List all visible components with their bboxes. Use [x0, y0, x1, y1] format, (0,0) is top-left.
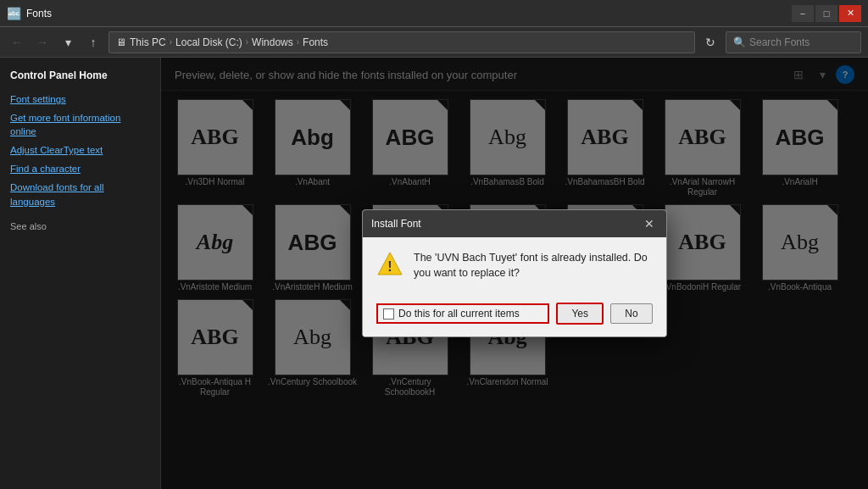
path-segment-4: Fonts	[303, 36, 328, 48]
sidebar-link-font-settings[interactable]: Font settings	[0, 90, 160, 108]
do-this-for-all-checkbox-label[interactable]: Do this for all current items	[376, 303, 549, 324]
path-segment-2: Local Disk (C:)	[175, 36, 242, 48]
path-sep-2: ›	[246, 37, 248, 47]
sidebar: Control Panel Home Font settings Get mor…	[0, 58, 161, 489]
path-sep-1: ›	[170, 37, 172, 47]
see-also-label: See also	[0, 211, 160, 235]
refresh-button[interactable]: ↻	[700, 32, 721, 53]
modal-close-button[interactable]: ✕	[641, 215, 658, 232]
do-this-for-all-checkbox[interactable]	[383, 308, 394, 320]
sidebar-link-cleartype[interactable]: Adjust ClearType text	[0, 141, 160, 159]
path-segment-1: This PC	[130, 36, 166, 48]
install-font-dialog: Install Font ✕ ! The 'UVN Bach Tuyet' fo…	[362, 209, 667, 337]
content-area: Preview, delete, or show and hide the fo…	[161, 58, 868, 489]
address-bar: ← → ▾ ↑ 🖥 This PC › Local Disk (C:) › Wi…	[0, 27, 868, 58]
app-icon: 🔤	[7, 7, 21, 20]
sidebar-title: Control Panel Home	[0, 66, 160, 90]
forward-button[interactable]: →	[32, 32, 53, 53]
modal-message-row: ! The 'UVN Bach Tuyet' font is already i…	[376, 251, 653, 281]
install-font-dialog-overlay: Install Font ✕ ! The 'UVN Bach Tuyet' fo…	[161, 58, 868, 489]
up-button[interactable]: ↑	[83, 32, 103, 53]
main-layout: Control Panel Home Font settings Get mor…	[0, 58, 868, 489]
path-icon: 🖥	[116, 36, 126, 48]
modal-titlebar: Install Font ✕	[363, 210, 666, 237]
sidebar-link-find-char[interactable]: Find a character	[0, 159, 160, 178]
close-button[interactable]: ✕	[839, 5, 861, 22]
back-button[interactable]: ←	[7, 32, 27, 53]
search-icon: 🔍	[733, 36, 746, 48]
no-button[interactable]: No	[610, 303, 653, 324]
yes-button[interactable]: Yes	[556, 303, 604, 325]
search-placeholder: Search Fonts	[749, 36, 810, 48]
minimize-button[interactable]: −	[792, 5, 814, 22]
window-controls: − □ ✕	[792, 5, 861, 22]
checkbox-text: Do this for all current items	[398, 308, 520, 320]
maximize-button[interactable]: □	[815, 5, 837, 22]
modal-body: ! The 'UVN Bach Tuyet' font is already i…	[363, 237, 666, 303]
warning-icon: !	[376, 251, 403, 278]
address-path[interactable]: 🖥 This PC › Local Disk (C:) › Windows › …	[108, 31, 695, 53]
window-title: Fonts	[26, 8, 787, 19]
path-sep-3: ›	[297, 37, 299, 47]
modal-title: Install Font	[371, 218, 421, 230]
svg-text:!: !	[387, 259, 392, 274]
modal-message-text: The 'UVN Bach Tuyet' font is already ins…	[414, 251, 653, 281]
sidebar-link-download-fonts[interactable]: Download fonts for alllanguages	[0, 178, 160, 210]
search-box: 🔍 Search Fonts	[726, 31, 861, 53]
title-bar: 🔤 Fonts − □ ✕	[0, 0, 868, 27]
path-segment-3: Windows	[252, 36, 293, 48]
dropdown-button[interactable]: ▾	[58, 32, 78, 53]
sidebar-link-more-info[interactable]: Get more font informationonline	[0, 108, 160, 141]
modal-footer: Do this for all current items Yes No	[363, 303, 666, 336]
